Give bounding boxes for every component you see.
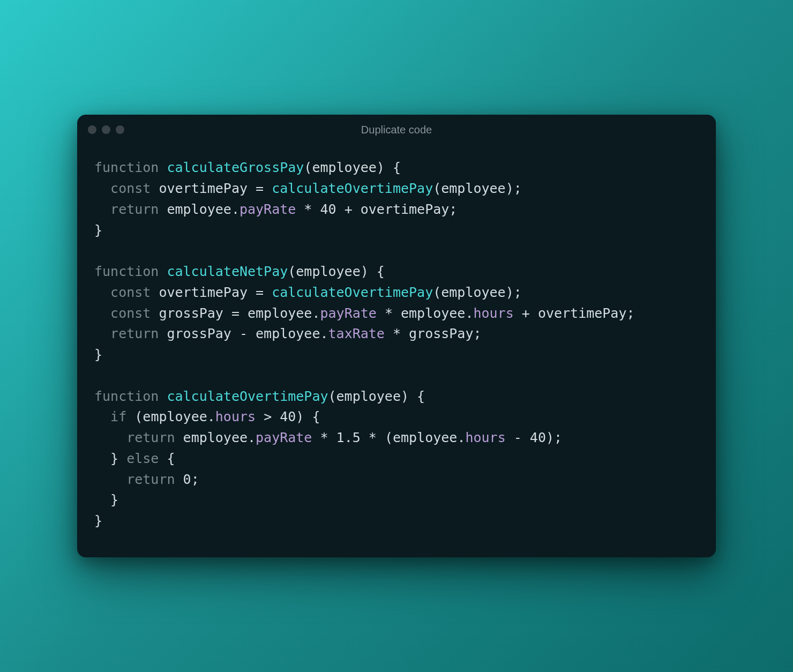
code-token: return xyxy=(126,430,183,445)
code-token: > xyxy=(256,409,280,424)
code-token: * xyxy=(377,305,401,321)
code-token: } xyxy=(94,492,118,507)
code-token: * xyxy=(296,201,320,217)
code-token: ; xyxy=(473,326,481,341)
code-token: 0 xyxy=(183,472,191,487)
code-token: overtimePay xyxy=(159,285,248,300)
code-token: ( xyxy=(385,430,393,445)
code-token: taxRate xyxy=(328,326,385,341)
code-token: employee xyxy=(393,430,457,445)
code-token: overtimePay xyxy=(538,305,627,321)
code-token: } xyxy=(94,513,102,528)
code-token: ( xyxy=(328,389,336,404)
code-token: employee xyxy=(256,326,320,341)
code-token: } xyxy=(94,222,102,238)
code-token: ) xyxy=(506,285,514,300)
code-token: ; xyxy=(514,285,522,300)
code-token: = xyxy=(223,305,248,321)
code-token: ; xyxy=(626,305,634,321)
code-token xyxy=(94,201,110,217)
code-token: ) xyxy=(361,264,369,279)
code-token: ) xyxy=(401,389,409,404)
maximize-icon[interactable] xyxy=(116,125,124,134)
code-token: { xyxy=(304,409,320,424)
code-token: 40 xyxy=(320,201,336,217)
code-token: * xyxy=(312,430,336,445)
code-token: hours xyxy=(465,430,505,445)
code-token: { xyxy=(369,264,385,279)
code-token: return xyxy=(110,326,167,341)
code-token: + xyxy=(336,201,361,217)
code-token: employee xyxy=(441,285,505,300)
code-token: return xyxy=(110,201,167,217)
code-token xyxy=(94,326,110,341)
code-token: employee xyxy=(167,201,231,217)
code-token: payRate xyxy=(256,430,312,445)
code-token: employee xyxy=(401,305,465,321)
code-token: payRate xyxy=(240,201,296,217)
code-token: grossPay xyxy=(409,326,473,341)
code-token: ) xyxy=(377,160,385,175)
code-token: employee xyxy=(296,264,360,279)
code-token: ( xyxy=(288,264,296,279)
code-token: employee xyxy=(336,389,401,404)
code-window: Duplicate code function calculateGrossPa… xyxy=(77,115,716,557)
code-token: if xyxy=(110,409,134,424)
code-token: . xyxy=(312,305,320,321)
window-title: Duplicate code xyxy=(361,124,432,136)
code-token: { xyxy=(385,160,401,175)
code-token: calculateGrossPay xyxy=(167,160,304,175)
code-token: . xyxy=(457,430,465,445)
code-token: employee xyxy=(183,430,248,445)
traffic-lights xyxy=(88,125,124,134)
code-token: = xyxy=(248,285,272,300)
code-token: ( xyxy=(433,181,441,196)
code-token: function xyxy=(94,160,167,175)
code-token: * xyxy=(385,326,409,341)
code-token xyxy=(94,430,126,445)
close-icon[interactable] xyxy=(88,125,96,134)
code-token: { xyxy=(159,451,175,466)
code-token: 40 xyxy=(280,409,296,424)
code-token: ; xyxy=(554,430,562,445)
code-token: + xyxy=(514,305,538,321)
code-token: function xyxy=(94,389,167,404)
code-token: ( xyxy=(304,160,312,175)
code-token xyxy=(94,409,110,424)
code-token: 1.5 xyxy=(336,430,361,445)
code-token: calculateOvertimePay xyxy=(272,181,433,196)
code-token: employee xyxy=(248,305,312,321)
code-token: calculateOvertimePay xyxy=(272,285,433,300)
code-token: * xyxy=(361,430,385,445)
code-token: const xyxy=(110,285,159,300)
code-token: calculateNetPay xyxy=(167,264,288,279)
code-token: ( xyxy=(134,409,143,424)
code-token: employee xyxy=(441,181,505,196)
code-token: - xyxy=(231,326,256,341)
code-token: ) xyxy=(546,430,554,445)
code-token: employee xyxy=(312,160,376,175)
code-token: else xyxy=(126,451,159,466)
code-token: overtimePay xyxy=(361,201,450,217)
code-token: { xyxy=(409,389,425,404)
code-token xyxy=(94,285,110,300)
minimize-icon[interactable] xyxy=(102,125,110,134)
code-token: employee xyxy=(143,409,207,424)
code-token: const xyxy=(110,181,159,196)
code-token: } xyxy=(94,451,126,466)
code-token: return xyxy=(126,472,183,487)
code-token xyxy=(94,472,126,487)
code-token: - xyxy=(506,430,530,445)
code-token: ) xyxy=(506,181,514,196)
code-token: = xyxy=(248,181,272,196)
code-token: payRate xyxy=(320,305,376,321)
code-token: const xyxy=(110,305,159,321)
code-token: 40 xyxy=(530,430,546,445)
code-token: function xyxy=(94,264,167,279)
code-token: ; xyxy=(514,181,522,196)
code-token: calculateOvertimePay xyxy=(167,389,328,404)
code-token: . xyxy=(248,430,256,445)
titlebar: Duplicate code xyxy=(77,115,716,145)
code-block: function calculateGrossPay(employee) { c… xyxy=(94,158,699,532)
code-token: overtimePay xyxy=(159,181,248,196)
